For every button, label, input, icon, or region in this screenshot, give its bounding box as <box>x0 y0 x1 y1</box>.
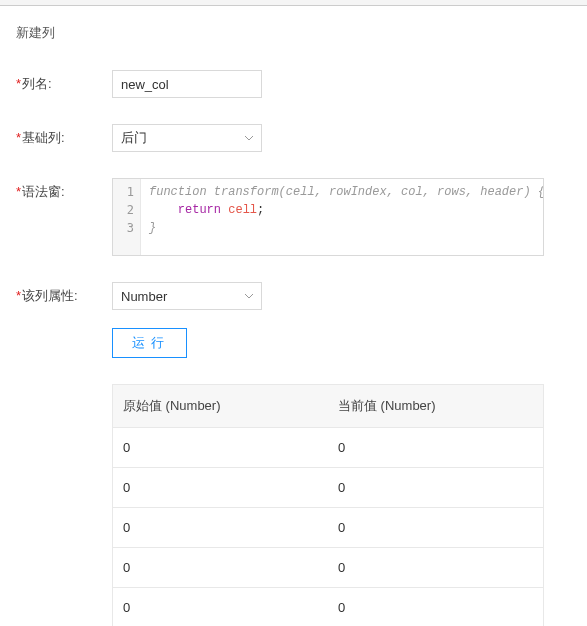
cell-orig: 0 <box>113 588 328 626</box>
dialog-content: 新建列 列名: 基础列: 后门 语法窗: 1 <box>0 6 587 626</box>
field-base-col: 后门 <box>112 124 571 152</box>
field-col-name <box>112 70 571 98</box>
cell-orig: 0 <box>113 548 328 587</box>
gutter-line: 3 <box>113 219 134 237</box>
gutter-line: 1 <box>113 183 134 201</box>
cell-curr: 0 <box>328 548 543 587</box>
code-line-1: function transform(cell, rowIndex, col, … <box>149 185 543 199</box>
page-title: 新建列 <box>16 24 571 42</box>
table-header-row: 原始值 (Number) 当前值 (Number) <box>113 385 543 428</box>
table-header-curr: 当前值 (Number) <box>328 385 543 427</box>
label-syntax: 语法窗: <box>16 178 112 201</box>
run-button[interactable]: 运行 <box>112 328 187 358</box>
field-run: 运行 <box>112 328 571 358</box>
base-col-value: 后门 <box>121 129 147 147</box>
field-col-attr: Number <box>112 282 571 310</box>
gutter-line: 2 <box>113 201 134 219</box>
label-col-name: 列名: <box>16 70 112 93</box>
cell-orig: 0 <box>113 508 328 547</box>
code-body[interactable]: function transform(cell, rowIndex, col, … <box>141 179 543 255</box>
table-row: 0 0 <box>113 548 543 588</box>
row-base-col: 基础列: 后门 <box>16 124 571 152</box>
code-id-cell: cell <box>228 203 257 217</box>
base-col-select-wrap: 后门 <box>112 124 262 152</box>
code-kw-return: return <box>178 203 221 217</box>
col-attr-select[interactable]: Number <box>112 282 262 310</box>
label-empty <box>16 328 112 333</box>
table-row: 0 0 <box>113 468 543 508</box>
cell-curr: 0 <box>328 588 543 626</box>
row-col-attr: 该列属性: Number <box>16 282 571 310</box>
base-col-select[interactable]: 后门 <box>112 124 262 152</box>
row-syntax: 语法窗: 1 2 3 function transform(cell, rowI… <box>16 178 571 256</box>
table-header-orig: 原始值 (Number) <box>113 385 328 427</box>
cell-orig: 0 <box>113 468 328 507</box>
row-col-name: 列名: <box>16 70 571 98</box>
code-semi: ; <box>257 203 264 217</box>
cell-orig: 0 <box>113 428 328 467</box>
col-attr-value: Number <box>121 289 167 304</box>
col-attr-select-wrap: Number <box>112 282 262 310</box>
cell-curr: 0 <box>328 428 543 467</box>
code-editor[interactable]: 1 2 3 function transform(cell, rowIndex,… <box>112 178 544 256</box>
code-gutter: 1 2 3 <box>113 179 141 255</box>
col-name-input[interactable] <box>112 70 262 98</box>
row-run: 运行 <box>16 328 571 358</box>
cell-curr: 0 <box>328 468 543 507</box>
cell-curr: 0 <box>328 508 543 547</box>
table-row: 0 0 <box>113 428 543 468</box>
code-line-3: } <box>149 221 156 235</box>
table-row: 0 0 <box>113 508 543 548</box>
result-table: 原始值 (Number) 当前值 (Number) 0 0 0 0 0 0 0 … <box>112 384 544 626</box>
field-syntax: 1 2 3 function transform(cell, rowIndex,… <box>112 178 571 256</box>
table-body: 0 0 0 0 0 0 0 0 0 0 <box>113 428 543 626</box>
table-row: 0 0 <box>113 588 543 626</box>
label-col-attr: 该列属性: <box>16 282 112 305</box>
label-base-col: 基础列: <box>16 124 112 147</box>
